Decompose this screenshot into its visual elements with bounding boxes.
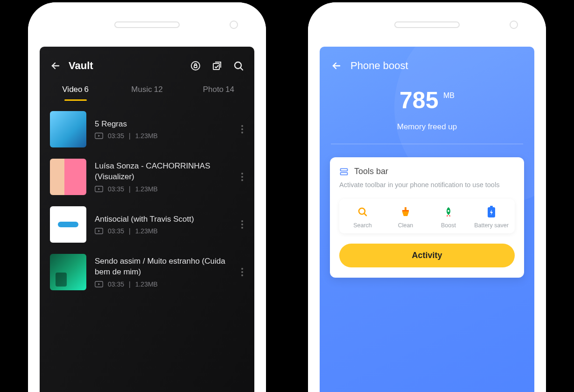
- tab-video[interactable]: Video6: [40, 85, 111, 101]
- item-duration: 03:35: [108, 132, 124, 140]
- speaker-slot: [394, 21, 460, 28]
- item-size: 1.23MB: [135, 280, 158, 288]
- item-size: 1.23MB: [135, 227, 158, 235]
- broom-icon: [384, 205, 427, 218]
- item-subline: 03:35 | 1.23MB: [95, 280, 233, 288]
- header-actions: [190, 60, 244, 71]
- phone-bezel: [28, 2, 266, 47]
- item-duration: 03:35: [108, 280, 124, 288]
- phone-mockup-boost: Phone boost 785 MB Memory freed up Tools…: [308, 2, 546, 392]
- item-duration: 03:35: [108, 227, 124, 235]
- category-tabs: Video6 Music12 Photo14: [40, 77, 254, 101]
- video-badge-icon: [95, 133, 103, 139]
- item-size: 1.23MB: [135, 132, 158, 140]
- tab-label: Music: [131, 85, 152, 94]
- card-header: Tools bar: [339, 167, 515, 176]
- more-options-icon[interactable]: [241, 173, 244, 181]
- boost-screen: Phone boost 785 MB Memory freed up Tools…: [320, 47, 534, 392]
- separator: |: [129, 227, 131, 235]
- card-description: Activate toolbar in your phone notificat…: [339, 180, 515, 189]
- video-thumbnail: [50, 159, 86, 195]
- item-size: 1.23MB: [135, 185, 158, 193]
- back-arrow-icon[interactable]: [50, 60, 61, 71]
- tab-label: Photo: [203, 85, 224, 94]
- svg-point-13: [448, 210, 449, 212]
- video-list: 5 Regras 03:35 | 1.23MB Luísa Sonza - CA…: [40, 101, 254, 296]
- svg-rect-12: [402, 210, 409, 211]
- vault-screen: Vault Video6 Music12 Photo14: [40, 47, 254, 392]
- separator: |: [129, 185, 131, 193]
- tools-card: Tools bar Activate toolbar in your phone…: [330, 157, 524, 278]
- search-icon[interactable]: [233, 60, 244, 71]
- item-meta: Antisocial (with Travis Scott) 03:35 | 1…: [95, 214, 233, 235]
- item-duration: 03:35: [108, 185, 124, 193]
- speaker-slot: [114, 21, 180, 28]
- tool-battery-saver[interactable]: Battery saver: [470, 205, 513, 229]
- video-thumbnail: [50, 206, 86, 243]
- tab-count: 12: [154, 85, 163, 94]
- memory-stat: 785 MB Memory freed up: [320, 87, 534, 132]
- list-item[interactable]: 5 Regras 03:35 | 1.23MB: [40, 105, 254, 153]
- tab-music[interactable]: Music12: [111, 85, 182, 101]
- item-title: Sendo assim / Muito estranho (Cuida bem …: [95, 256, 233, 278]
- card-title: Tools bar: [354, 167, 388, 176]
- list-item[interactable]: Luísa Sonza - CACHORRINHAS (Visualizer) …: [40, 153, 254, 201]
- svg-rect-8: [341, 168, 348, 171]
- tab-label: Video: [62, 85, 82, 94]
- item-title: 5 Regras: [95, 119, 233, 130]
- item-subline: 03:35 | 1.23MB: [95, 185, 233, 193]
- video-badge-icon: [95, 228, 103, 234]
- video-thumbnail: [50, 111, 86, 147]
- page-title: Vault: [69, 60, 182, 72]
- phone-mockup-vault: Vault Video6 Music12 Photo14: [28, 2, 266, 392]
- tool-clean[interactable]: Clean: [384, 205, 427, 229]
- memory-unit: MB: [443, 91, 455, 100]
- svg-rect-1: [194, 65, 197, 68]
- separator: |: [129, 280, 131, 288]
- search-icon: [341, 205, 384, 218]
- item-subline: 03:35 | 1.23MB: [95, 227, 233, 235]
- phone-bezel: [308, 2, 546, 47]
- more-options-icon[interactable]: [241, 268, 244, 276]
- tab-photo[interactable]: Photo14: [183, 85, 254, 101]
- more-options-icon[interactable]: [241, 220, 244, 229]
- tool-label: Boost: [427, 222, 470, 229]
- toolbar-icon: [339, 167, 349, 176]
- svg-rect-9: [341, 172, 348, 175]
- tab-count: 14: [225, 85, 234, 94]
- item-meta: 5 Regras 03:35 | 1.23MB: [95, 119, 233, 140]
- boost-header: Phone boost: [320, 47, 534, 72]
- rocket-icon: [427, 205, 470, 218]
- memory-subtitle: Memory freed up: [320, 122, 534, 132]
- tool-search[interactable]: Search: [341, 205, 384, 229]
- select-all-icon[interactable]: [211, 60, 223, 71]
- list-item[interactable]: Sendo assim / Muito estranho (Cuida bem …: [40, 248, 254, 296]
- video-badge-icon: [95, 281, 103, 287]
- tab-count: 6: [84, 85, 89, 94]
- svg-rect-11: [405, 207, 406, 210]
- tool-label: Search: [341, 222, 384, 229]
- lock-icon[interactable]: [190, 60, 201, 71]
- front-camera: [510, 21, 518, 29]
- memory-value: 785: [399, 87, 438, 114]
- activity-button[interactable]: Activity: [339, 244, 515, 267]
- svg-rect-14: [490, 206, 493, 207]
- tool-boost[interactable]: Boost: [427, 205, 470, 229]
- video-thumbnail: [50, 254, 86, 290]
- item-meta: Luísa Sonza - CACHORRINHAS (Visualizer) …: [95, 161, 233, 193]
- item-title: Luísa Sonza - CACHORRINHAS (Visualizer): [95, 161, 233, 182]
- tools-row: Search Clean Boost: [339, 199, 515, 233]
- list-item[interactable]: Antisocial (with Travis Scott) 03:35 | 1…: [40, 201, 254, 248]
- more-options-icon[interactable]: [241, 125, 244, 133]
- svg-rect-2: [213, 63, 219, 70]
- item-subline: 03:35 | 1.23MB: [95, 132, 233, 140]
- battery-icon: [470, 205, 513, 218]
- video-badge-icon: [95, 186, 103, 192]
- back-arrow-icon[interactable]: [331, 60, 342, 71]
- item-meta: Sendo assim / Muito estranho (Cuida bem …: [95, 256, 233, 288]
- item-title: Antisocial (with Travis Scott): [95, 214, 233, 225]
- page-title: Phone boost: [350, 60, 408, 72]
- front-camera: [230, 21, 238, 29]
- tool-label: Clean: [384, 222, 427, 229]
- tool-label: Battery saver: [470, 222, 513, 229]
